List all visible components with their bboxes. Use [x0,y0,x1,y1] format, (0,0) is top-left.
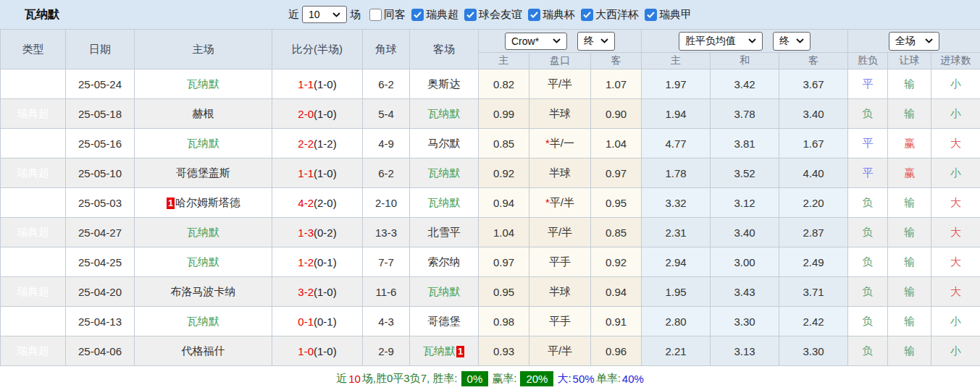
win-draw-loss-result: 负 [863,285,874,297]
avg-draw-odds: 3.43 [734,286,755,298]
corners-cell: 4-9 [363,129,410,158]
avg-away-odds: 3.67 [803,78,824,90]
full-time-score: 1-3 [298,226,314,239]
scope-select[interactable]: 全场 [889,32,939,51]
handicap-value: 平/半 [548,226,572,238]
avg-home-odds-cell: 2.80 [642,307,711,336]
half-time-score: (1-2) [314,137,337,150]
match-row: 瑞典超 25-04-25 瓦纳默 1-2(0-1) 7-7 索尔纳 0.97 平… [1,247,980,277]
away-team-cell: 瓦纳默 [410,99,479,129]
avg-time-select[interactable]: 终 [773,32,811,51]
league-filter-checkbox[interactable]: 瑞典超 [411,8,458,22]
checkbox-icon[interactable] [411,9,424,21]
avg-away-odds-cell: 2.42 [779,307,848,336]
team-title: 瓦纳默 [25,7,59,22]
match-row: 瑞典超 25-04-20 布洛马波卡纳 3-2(1-0) 11-6 瓦纳默 0.… [1,277,980,307]
match-row: 瑞典超 25-04-06 代格福什 1-0(1-0) 2-9 瓦纳默1 0.93… [1,336,980,366]
crow-away-odds-cell: 1.04 [591,129,642,158]
league-filter-checkbox[interactable]: 瑞典甲 [645,8,692,22]
home-team-name: 瓦纳默 [187,77,219,90]
avg-home-odds: 2.80 [665,315,686,328]
crow-away-odds: 0.85 [606,226,627,239]
goals-result-cell: 大 [931,247,980,277]
crow-home-odds: 0.95 [493,286,514,298]
result-cell: 平 [848,69,888,99]
avg-draw-odds-cell: 3.78 [711,99,779,129]
avg-away-odds-cell: 2.87 [779,218,848,247]
avg-odds-select[interactable]: 胜平负均值 [679,32,763,51]
checkbox-icon[interactable] [464,9,477,21]
result-cell: 负 [848,99,888,129]
handicap-result-cell: 输 [888,336,931,366]
checkbox-label: 瑞典超 [426,8,458,22]
full-time-score: 1-1 [298,167,314,179]
avg-draw-odds-cell: 3.81 [711,129,779,158]
score-cell: 1-0(1-0) [272,336,363,366]
match-date: 25-04-06 [78,345,122,357]
sub-header-goals: 进球数 [931,53,980,69]
away-team-name: 瓦纳默 [428,166,461,179]
avg-away-odds-cell: 3.67 [779,69,848,99]
handicap-cell: 平/半 [529,336,591,366]
goals-result-cell: 小 [931,336,980,366]
handicap-result: 输 [904,226,915,238]
crow-home-odds: 1.04 [493,226,514,239]
checkbox-label: 瑞典甲 [659,8,692,22]
goals-result-cell: 小 [931,99,980,129]
checkbox-icon[interactable] [645,9,657,21]
league-filter-checkbox[interactable]: 同客 [369,8,406,22]
corners-value: 4-3 [378,315,394,328]
avg-home-odds-cell: 3.32 [642,188,711,218]
away-team-name: 瓦纳默 [428,107,461,119]
checkbox-label: 球会友谊 [479,8,522,22]
summary-part: 近 [336,372,347,386]
near-count-select[interactable]: 10 [302,6,347,23]
win-draw-loss-result: 负 [863,226,874,238]
over-under-result: 小 [950,107,961,119]
crow-away-odds-cell: 0.85 [591,218,642,247]
score-cell: 1-1(1-0) [272,158,363,188]
bookmaker-select[interactable]: Crow* [505,33,567,50]
half-time-score: (0-2) [314,226,337,239]
crow-away-odds: 0.90 [606,108,627,120]
avg-away-odds-cell: 2.49 [779,247,848,277]
handicap-cell: 平手 [529,307,591,336]
league-name: 瑞典超 [17,166,49,179]
match-date: 25-04-25 [78,256,122,268]
over-under-result: 小 [950,77,961,90]
handicap-result: 输 [904,107,915,119]
home-team-cell: 瓦纳默 [135,129,272,158]
league-filter-checkbox[interactable]: 球会友谊 [464,8,522,22]
checkmark-icon [647,12,655,18]
crow-home-odds-cell: 1.04 [479,218,529,247]
avg-home-odds-cell: 2.21 [642,336,711,366]
score-cell: 0-1(0-1) [272,307,363,336]
match-date: 25-05-24 [78,78,122,90]
match-date: 25-05-10 [78,167,122,179]
avg-away-odds-cell: 3.40 [779,99,848,129]
match-history-panel: 瓦纳默 近 10 场 同客 瑞典超 球会友谊 瑞典杯 [0,0,980,390]
chevron-down-icon [553,38,561,43]
handicap-result: 赢 [904,137,915,149]
crow-time-select[interactable]: 终 [577,32,615,51]
avg-draw-odds: 3.40 [734,226,755,239]
date-cell: 25-04-27 [66,218,135,247]
league-filter-checkbox[interactable]: 大西洋杯 [581,8,639,22]
checkbox-icon[interactable] [528,9,540,21]
corners-cell: 2-10 [363,188,410,218]
goals-result-cell: 小 [931,307,980,336]
crow-away-odds-cell: 0.94 [591,277,642,307]
home-team-cell: 布洛马波卡纳 [135,277,272,307]
corners-value: 7-7 [378,256,394,268]
checkmark-icon [583,12,591,18]
avg-draw-odds: 3.81 [734,137,755,150]
score-cell: 1-3(0-2) [272,218,363,247]
handicap-value: 半球 [549,285,571,297]
checkbox-icon[interactable] [369,9,382,21]
chevron-down-icon [796,38,804,43]
date-cell: 25-05-16 [66,129,135,158]
league-cell: 瑞典超 [1,129,66,158]
league-filter-checkbox[interactable]: 瑞典杯 [528,8,575,22]
summary-part: 50% [573,373,595,385]
checkbox-icon[interactable] [581,9,593,21]
